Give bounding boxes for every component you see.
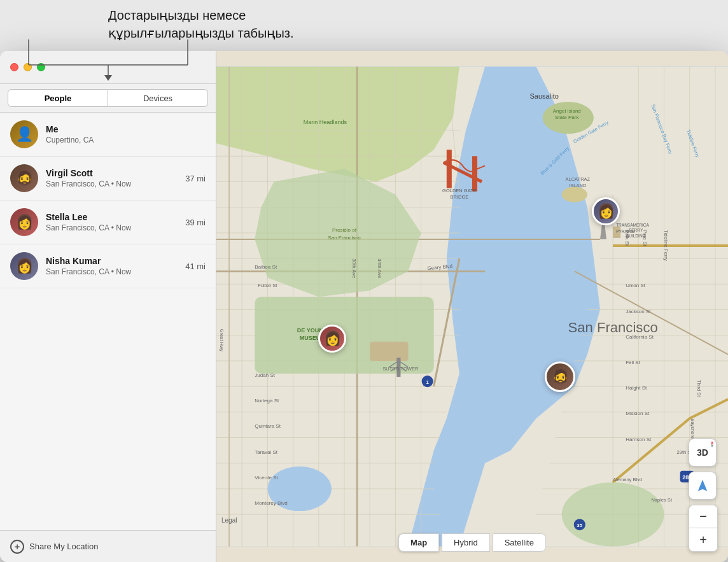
svg-text:Sausalito: Sausalito [529, 92, 558, 100]
minimize-button[interactable] [24, 63, 32, 71]
svg-text:Jackson St: Jackson St [626, 309, 651, 314]
svg-text:Taraval St: Taraval St [255, 449, 277, 455]
map-legal: Legal [221, 517, 237, 524]
zoom-out-button[interactable]: − [689, 505, 717, 528]
tooltip-line1: Достарыңызды немесе [108, 6, 294, 24]
person-item-me[interactable]: 👤 Me Cupertino, CA [0, 113, 216, 157]
person-distance-nisha: 41 mi [185, 262, 206, 271]
svg-text:Alemany Blvd: Alemany Blvd [613, 477, 642, 482]
tab-people[interactable]: People [8, 89, 108, 107]
svg-text:Mission St: Mission St [626, 411, 650, 416]
svg-text:ALCATRAZ: ALCATRAZ [565, 176, 590, 182]
person-info-virgil: Virgil Scott San Francisco, CA • Now [46, 168, 180, 188]
svg-text:Quintara St: Quintara St [255, 423, 281, 429]
map-area[interactable]: Geary Blvd Balboa St Fulton St Judah St … [216, 51, 728, 562]
svg-text:1: 1 [426, 379, 429, 385]
person-name-me: Me [46, 124, 206, 134]
svg-text:35: 35 [577, 523, 582, 528]
svg-rect-66 [447, 150, 452, 188]
svg-text:California St: California St [626, 334, 654, 340]
svg-text:Vicente St: Vicente St [255, 475, 278, 481]
zoom-in-button[interactable]: + [689, 528, 717, 551]
map-pin-nisha[interactable]: 👩 [592, 197, 620, 225]
person-info-me: Me Cupertino, CA [46, 124, 206, 144]
person-name-nisha: Nisha Kumar [46, 256, 180, 266]
svg-text:Fulton St: Fulton St [258, 283, 277, 288]
svg-text:Union St: Union St [626, 283, 646, 288]
person-item-stella[interactable]: 👩 Stella Lee San Francisco, CA • Now 39 … [0, 200, 216, 244]
svg-text:State Park: State Park [555, 115, 579, 120]
person-distance-virgil: 37 mi [185, 174, 206, 183]
avatar-stella: 👩 [10, 208, 38, 236]
svg-text:Noriega St: Noriega St [255, 398, 279, 404]
person-info-nisha: Nisha Kumar San Francisco, CA • Now [46, 256, 180, 276]
svg-text:BRIDGE: BRIDGE [450, 194, 468, 200]
share-location-icon: + [10, 540, 24, 554]
map-pin-stella[interactable]: 👩 [318, 325, 346, 353]
svg-text:Harrison St: Harrison St [626, 437, 652, 442]
svg-text:Bayshore: Bayshore [690, 418, 696, 439]
map-type-controls: Map Hybrid Satellite [398, 533, 546, 552]
person-location-stella: San Francisco, CA • Now [46, 223, 180, 232]
zoom-controls: − + [689, 505, 718, 552]
traffic-lights [10, 63, 45, 71]
avatar-virgil: 🧔 [10, 164, 38, 192]
avatar-me: 👤 [10, 120, 38, 148]
svg-text:San Francisco: San Francisco [568, 320, 657, 335]
share-location-label: Share My Location [29, 542, 98, 551]
person-location-nisha: San Francisco, CA • Now [46, 267, 180, 276]
maximize-button[interactable] [37, 63, 45, 71]
svg-text:GOLDEN GATE: GOLDEN GATE [442, 188, 477, 193]
map-3d-button[interactable]: 3D [689, 439, 717, 467]
person-name-virgil: Virgil Scott [46, 168, 180, 178]
map-pin-stella-avatar: 👩 [320, 327, 344, 351]
svg-text:Haight St: Haight St [626, 385, 647, 391]
map-type-map[interactable]: Map [398, 533, 439, 552]
svg-text:San Francisco: San Francisco [328, 235, 361, 241]
person-distance-stella: 39 mi [185, 218, 206, 227]
map-type-satellite[interactable]: Satellite [493, 533, 546, 552]
map-pin-virgil-avatar: 🧔 [547, 363, 573, 390]
tooltip-line2: құрылғыларыңызды табыңыз. [108, 24, 294, 42]
svg-text:Fell St: Fell St [626, 360, 641, 365]
svg-text:Balboa St: Balboa St [255, 264, 277, 270]
main-window: People Devices 👤 Me Cupertino, CA 🧔 [0, 51, 728, 562]
tooltip-callout: Достарыңызды немесе құрылғыларыңызды таб… [108, 6, 294, 42]
close-button[interactable] [10, 63, 18, 71]
avatar-nisha: 👩 [10, 252, 38, 280]
svg-marker-126 [711, 444, 713, 447]
svg-text:Tideline Ferry: Tideline Ferry [663, 230, 669, 261]
share-location-bar[interactable]: + Share My Location [0, 530, 216, 562]
svg-text:SUTRO TOWER: SUTRO TOWER [382, 366, 419, 372]
person-name-stella: Stella Lee [46, 212, 180, 222]
svg-text:30th Ave: 30th Ave [351, 258, 357, 279]
svg-text:Pine St: Pine St [642, 230, 648, 247]
person-item-virgil[interactable]: 🧔 Virgil Scott San Francisco, CA • Now 3… [0, 157, 216, 200]
map-3d-label: 3D [697, 447, 708, 458]
location-button[interactable] [689, 472, 717, 500]
person-location-me: Cupertino, CA [46, 136, 206, 144]
person-info-stella: Stella Lee San Francisco, CA • Now [46, 212, 180, 232]
tab-bar: People Devices [0, 84, 216, 113]
svg-text:Angel Island: Angel Island [553, 108, 581, 114]
map-pin-virgil[interactable]: 🧔 [545, 362, 575, 392]
location-icon [696, 479, 710, 493]
svg-text:Polk St: Polk St [624, 230, 630, 246]
svg-point-59 [562, 482, 664, 547]
svg-rect-57 [370, 342, 408, 361]
svg-text:ISLAND: ISLAND [569, 183, 587, 188]
svg-text:Judah St: Judah St [255, 372, 275, 378]
map-pin-nisha-avatar: 👩 [594, 199, 618, 223]
sidebar: People Devices 👤 Me Cupertino, CA 🧔 [0, 51, 216, 562]
people-list: 👤 Me Cupertino, CA 🧔 Virgil Scott San Fr… [0, 113, 216, 530]
person-item-nisha[interactable]: 👩 Nisha Kumar San Francisco, CA • Now 41… [0, 244, 216, 288]
titlebar [0, 51, 216, 84]
svg-point-8 [562, 187, 587, 202]
svg-text:TRANSAMERICA: TRANSAMERICA [616, 223, 649, 227]
map-type-hybrid[interactable]: Hybrid [442, 533, 490, 552]
person-location-virgil: San Francisco, CA • Now [46, 179, 180, 188]
svg-text:Marin Headlands: Marin Headlands [304, 119, 347, 125]
tab-devices[interactable]: Devices [108, 89, 208, 107]
svg-text:34th Ave: 34th Ave [377, 258, 382, 279]
svg-text:FERRY: FERRY [629, 228, 643, 232]
